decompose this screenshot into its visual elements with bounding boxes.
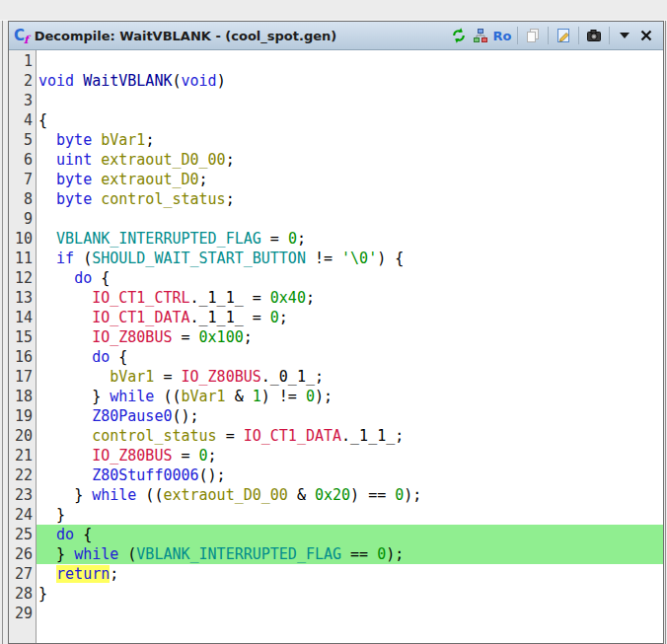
edit-icon[interactable] xyxy=(554,26,573,45)
toolbar-separator xyxy=(548,27,549,44)
code-line[interactable]: 15 IO_Z80BUS = 0x100; xyxy=(9,327,663,347)
code-line[interactable]: 16 do { xyxy=(9,347,663,367)
code-text: do { xyxy=(37,525,663,544)
code-text: byte extraout_D0; xyxy=(37,170,663,189)
close-icon[interactable] xyxy=(636,26,656,45)
line-number: 18 xyxy=(9,387,37,406)
code-line[interactable]: 11 if (SHOULD_WAIT_START_BUTTON != '\0')… xyxy=(9,249,663,268)
code-text: IO_CT1_DATA._1_1_ = 0; xyxy=(37,308,663,327)
line-number: 21 xyxy=(9,446,37,465)
code-line[interactable]: 23 } while ((extraout_D0_00 & 0x20) == 0… xyxy=(9,485,663,505)
toolbar-separator xyxy=(578,27,579,44)
line-number: 29 xyxy=(9,604,37,623)
copy-icon[interactable] xyxy=(523,26,543,45)
code-lines: 12void WaitVBLANK(void)34{5 byte bVar1;6… xyxy=(9,51,663,623)
code-line[interactable]: 27 return; xyxy=(9,564,663,584)
line-number: 6 xyxy=(9,150,37,170)
code-line[interactable]: 13 IO_CT1_CTRL._1_1_ = 0x40; xyxy=(9,288,663,308)
code-text: control_status = IO_CT1_DATA._1_1_; xyxy=(37,426,663,446)
code-line[interactable]: 18 } while ((bVar1 & 1) != 0); xyxy=(9,387,663,406)
code-line[interactable]: 3 xyxy=(9,91,663,110)
line-number: 1 xyxy=(9,51,37,71)
line-number: 15 xyxy=(9,327,37,347)
code-line[interactable]: 25 do { xyxy=(9,525,663,544)
code-line[interactable]: 4{ xyxy=(9,110,663,130)
line-number: 22 xyxy=(9,465,37,485)
code-line[interactable]: 9 xyxy=(9,209,663,229)
outer-window-strip xyxy=(0,0,667,21)
panel-title: Decompile: WaitVBLANK - (cool_spot.gen) xyxy=(35,29,448,43)
code-text: IO_CT1_CTRL._1_1_ = 0x40; xyxy=(37,288,663,308)
code-text: do { xyxy=(37,347,663,367)
ro-button[interactable]: Ro xyxy=(492,26,512,45)
code-text: VBLANK_INTERRUPTED_FLAG = 0; xyxy=(37,229,663,249)
panel-titlebar[interactable]: Cf Decompile: WaitVBLANK - (cool_spot.ge… xyxy=(9,22,663,50)
code-text: IO_Z80BUS = 0; xyxy=(37,446,663,465)
code-text: } xyxy=(37,505,663,525)
ro-label: Ro xyxy=(493,29,512,43)
code-line[interactable]: 24 } xyxy=(9,505,663,525)
line-number: 3 xyxy=(9,91,37,110)
code-text: } xyxy=(37,584,663,604)
code-text: byte control_status; xyxy=(37,189,663,209)
line-number: 9 xyxy=(9,209,37,229)
decompiler-cf-icon: Cf xyxy=(14,27,30,44)
refresh-icon[interactable] xyxy=(449,26,469,45)
code-line[interactable]: 2void WaitVBLANK(void) xyxy=(9,71,663,91)
line-number: 27 xyxy=(9,564,37,584)
code-line[interactable]: 28} xyxy=(9,584,663,604)
code-line[interactable]: 5 byte bVar1; xyxy=(9,130,663,150)
code-line[interactable]: 21 IO_Z80BUS = 0; xyxy=(9,446,663,465)
graph-icon[interactable] xyxy=(471,26,490,45)
code-line[interactable]: 17 bVar1 = IO_Z80BUS._0_1_; xyxy=(9,367,663,387)
decompiler-panel: Cf Decompile: WaitVBLANK - (cool_spot.ge… xyxy=(8,21,664,644)
code-line[interactable]: 20 control_status = IO_CT1_DATA._1_1_; xyxy=(9,426,663,446)
code-line[interactable]: 29 xyxy=(9,604,663,623)
code-line[interactable]: 22 Z80Stuff0006(); xyxy=(9,465,663,485)
decompiled-code-area[interactable]: 12void WaitVBLANK(void)34{5 byte bVar1;6… xyxy=(9,50,663,643)
code-line[interactable]: 7 byte extraout_D0; xyxy=(9,170,663,189)
code-text: if (SHOULD_WAIT_START_BUTTON != '\0') { xyxy=(37,249,663,268)
code-text: } while (VBLANK_INTERRUPTED_FLAG == 0); xyxy=(37,544,663,564)
code-text: uint extraout_D0_00; xyxy=(37,150,663,170)
code-text: byte bVar1; xyxy=(37,130,663,150)
line-number: 20 xyxy=(9,426,37,446)
line-number: 10 xyxy=(9,229,37,249)
code-line[interactable]: 1 xyxy=(9,51,663,71)
code-line[interactable]: 14 IO_CT1_DATA._1_1_ = 0; xyxy=(9,308,663,327)
code-text xyxy=(37,91,663,110)
line-number: 5 xyxy=(9,130,37,150)
toolbar-separator xyxy=(609,27,610,44)
line-number: 23 xyxy=(9,485,37,505)
line-number: 25 xyxy=(9,525,37,544)
code-line[interactable]: 8 byte control_status; xyxy=(9,189,663,209)
code-text: Z80Stuff0006(); xyxy=(37,465,663,485)
code-text xyxy=(37,209,663,229)
code-line[interactable]: 12 do { xyxy=(9,268,663,288)
code-text: bVar1 = IO_Z80BUS._0_1_; xyxy=(37,367,663,387)
code-text xyxy=(37,604,663,623)
line-number: 14 xyxy=(9,308,37,327)
snapshot-camera-icon[interactable] xyxy=(584,26,604,45)
line-number: 26 xyxy=(9,544,37,564)
code-text: } while ((bVar1 & 1) != 0); xyxy=(37,387,663,406)
code-line[interactable]: 10 VBLANK_INTERRUPTED_FLAG = 0; xyxy=(9,229,663,249)
line-number: 19 xyxy=(9,406,37,426)
line-number: 7 xyxy=(9,170,37,189)
code-text: do { xyxy=(37,268,663,288)
code-line[interactable]: 6 uint extraout_D0_00; xyxy=(9,150,663,170)
panel-toolbar: Ro xyxy=(448,26,657,45)
line-number: 2 xyxy=(9,71,37,91)
outer-frame-left xyxy=(2,21,3,644)
code-text: { xyxy=(37,110,663,130)
line-number: 13 xyxy=(9,288,37,308)
dropdown-arrow-icon[interactable] xyxy=(615,26,634,45)
code-text: void WaitVBLANK(void) xyxy=(37,71,663,91)
line-number: 11 xyxy=(9,249,37,268)
line-number: 24 xyxy=(9,505,37,525)
code-text: return; xyxy=(37,564,663,584)
outer-frame-right xyxy=(665,21,666,644)
code-line[interactable]: 26 } while (VBLANK_INTERRUPTED_FLAG == 0… xyxy=(9,544,663,564)
toolbar-separator xyxy=(517,27,518,44)
code-line[interactable]: 19 Z80Pause0(); xyxy=(9,406,663,426)
